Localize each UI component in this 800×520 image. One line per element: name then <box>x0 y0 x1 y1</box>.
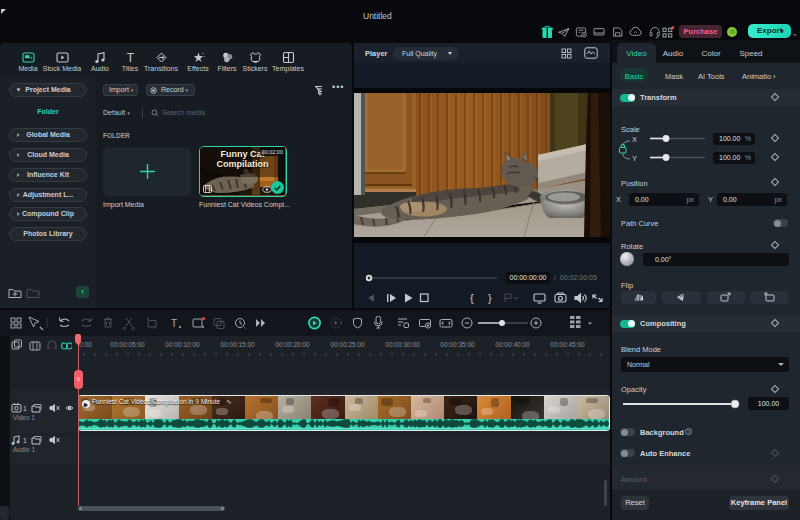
svg-text:T: T <box>126 51 134 64</box>
svg-text:{: { <box>470 292 474 304</box>
svg-text:}: } <box>488 292 492 304</box>
svg-text:T: T <box>171 318 177 329</box>
svg-text:1: 1 <box>23 405 27 412</box>
svg-text:1: 1 <box>23 437 27 444</box>
